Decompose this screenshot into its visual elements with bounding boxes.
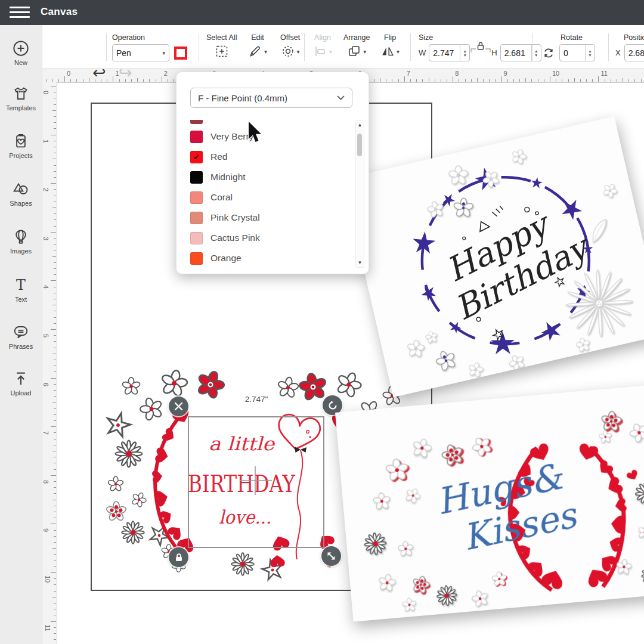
sidebar-item-text[interactable]: T Text bbox=[0, 276, 42, 303]
offset-section[interactable]: Offset ▾ bbox=[280, 33, 300, 61]
pen-color-list: Very Berry✔RedMidnightCoralPink CrystalC… bbox=[177, 126, 353, 269]
ruler-tick bbox=[54, 293, 56, 293]
ruler-tick bbox=[51, 475, 56, 476]
ruler-number: 8 bbox=[455, 70, 459, 77]
scroll-down-icon[interactable]: ▼ bbox=[356, 260, 364, 265]
ruler-tick bbox=[54, 323, 56, 324]
ruler-tick bbox=[52, 305, 57, 305]
rotate-stepper[interactable]: ▲▼ bbox=[585, 45, 595, 61]
ruler-tick bbox=[54, 561, 56, 561]
sidebar-label: Shapes bbox=[0, 200, 42, 207]
sidebar-label: Templates bbox=[0, 104, 42, 112]
color-list-scrollbar[interactable]: ▲ ▼ bbox=[355, 120, 364, 268]
ruler-tick bbox=[54, 396, 56, 397]
pen-color-partial-swatch[interactable] bbox=[190, 120, 203, 124]
rotate-arrows-icon[interactable] bbox=[541, 46, 556, 60]
chevron-down-icon: ▾ bbox=[397, 48, 400, 55]
ruler-tick bbox=[54, 122, 56, 123]
resize-handle[interactable] bbox=[321, 546, 341, 566]
ruler-tick bbox=[51, 524, 56, 524]
pen-color-swatch[interactable] bbox=[190, 252, 203, 265]
ruler-tick bbox=[453, 76, 453, 82]
sidebar-item-upload[interactable]: Upload bbox=[0, 370, 42, 397]
ruler-tick bbox=[54, 165, 56, 166]
pen-color-swatch[interactable]: ✔ bbox=[190, 151, 203, 163]
delete-handle[interactable] bbox=[169, 397, 188, 416]
ruler-tick bbox=[52, 451, 57, 451]
pen-color-swatch-button[interactable] bbox=[174, 47, 187, 60]
ruler-number: 10 bbox=[44, 575, 51, 583]
scrollbar-thumb[interactable] bbox=[357, 134, 363, 156]
selection-bounding-box[interactable] bbox=[188, 416, 324, 548]
width-value: 2.747 bbox=[429, 48, 460, 58]
align-icon bbox=[313, 44, 327, 58]
ruler-tick bbox=[51, 621, 56, 622]
sidebar-label: Upload bbox=[0, 389, 42, 397]
ruler-tick bbox=[54, 414, 56, 415]
ruler-number: 0 bbox=[42, 91, 49, 94]
undo-button[interactable]: ↩ bbox=[92, 63, 106, 82]
ruler-number: 2 bbox=[164, 70, 168, 77]
ruler-tick bbox=[54, 366, 56, 366]
align-section: Align ▾ bbox=[313, 33, 332, 61]
edit-section[interactable]: Edit ▾ bbox=[248, 33, 267, 61]
pen-color-swatch[interactable] bbox=[190, 232, 203, 244]
ruler-tick bbox=[54, 481, 56, 482]
pen-color-option[interactable]: Midnight bbox=[177, 167, 353, 187]
height-field[interactable]: 2.681 ▲▼ bbox=[500, 44, 541, 61]
pen-color-option[interactable]: Coral bbox=[177, 187, 353, 208]
ruler-tick bbox=[447, 79, 447, 82]
menu-icon[interactable] bbox=[10, 7, 30, 18]
ruler-tick bbox=[52, 500, 57, 500]
width-field[interactable]: 2.747 ▲▼ bbox=[429, 44, 470, 61]
pen-color-option[interactable]: Cactus Pink bbox=[177, 228, 353, 248]
pen-color-option[interactable]: Very Berry bbox=[177, 126, 353, 147]
pen-color-swatch[interactable] bbox=[190, 191, 203, 204]
sidebar-item-new[interactable]: New bbox=[0, 39, 42, 66]
sidebar-item-phrases[interactable]: Phrases bbox=[0, 323, 42, 350]
upload-icon bbox=[12, 370, 30, 388]
rotate-field[interactable]: 0 ▲▼ bbox=[559, 44, 595, 61]
ruler-tick bbox=[441, 79, 441, 82]
width-stepper[interactable]: ▲▼ bbox=[460, 45, 469, 61]
arrange-section[interactable]: Arrange ▾ bbox=[343, 33, 370, 61]
scroll-up-icon[interactable]: ▲ bbox=[356, 122, 364, 128]
pen-color-label: Midnight bbox=[210, 172, 246, 182]
sidebar-item-projects[interactable]: Projects bbox=[0, 132, 42, 159]
size-lock-group[interactable] bbox=[470, 45, 491, 61]
rotate-label: Rotate bbox=[561, 33, 595, 42]
position-x-field[interactable]: 2.68 bbox=[624, 44, 644, 61]
sidebar-item-images[interactable]: Images bbox=[0, 228, 42, 255]
ruler-tick bbox=[54, 591, 56, 592]
ruler-tick bbox=[580, 79, 581, 82]
ruler-tick bbox=[54, 578, 56, 579]
pen-tip-select[interactable]: F - Fine Point (0.4mm) bbox=[190, 88, 352, 108]
ruler-tick bbox=[592, 79, 593, 82]
pen-color-option[interactable]: Orange bbox=[177, 248, 353, 268]
pen-color-option[interactable]: ✔Red bbox=[177, 147, 353, 167]
ruler-tick bbox=[54, 408, 56, 409]
ruler-tick bbox=[54, 609, 56, 609]
pen-color-option[interactable]: Pink Crystal bbox=[177, 208, 353, 228]
ruler-tick bbox=[51, 183, 56, 184]
redo-button[interactable]: ↪ bbox=[119, 63, 132, 82]
ruler-tick bbox=[54, 390, 56, 391]
ruler-number: 2 bbox=[42, 188, 49, 191]
flip-section[interactable]: Flip ▾ bbox=[380, 33, 400, 61]
sidebar-item-shapes[interactable]: Shapes bbox=[0, 180, 42, 207]
sidebar-item-templates[interactable]: Templates bbox=[0, 85, 42, 112]
pen-color-swatch[interactable] bbox=[190, 171, 203, 184]
operation-select[interactable]: Pen ▾ bbox=[112, 44, 169, 61]
lock-handle[interactable] bbox=[169, 547, 188, 567]
select-all-section[interactable]: Select All bbox=[206, 33, 237, 61]
speech-bubble-icon bbox=[12, 323, 30, 341]
right-heart-vine bbox=[572, 438, 644, 589]
pen-color-swatch[interactable] bbox=[190, 131, 203, 143]
text-icon: T bbox=[12, 276, 30, 294]
pen-color-label: Pink Crystal bbox=[210, 212, 260, 223]
ruler-number: 1 bbox=[42, 140, 49, 143]
pen-color-swatch[interactable] bbox=[190, 212, 203, 224]
chevron-down-icon: ▾ bbox=[264, 48, 267, 55]
pen-color-label: Very Berry bbox=[210, 131, 253, 142]
ruler-tick bbox=[611, 79, 611, 82]
